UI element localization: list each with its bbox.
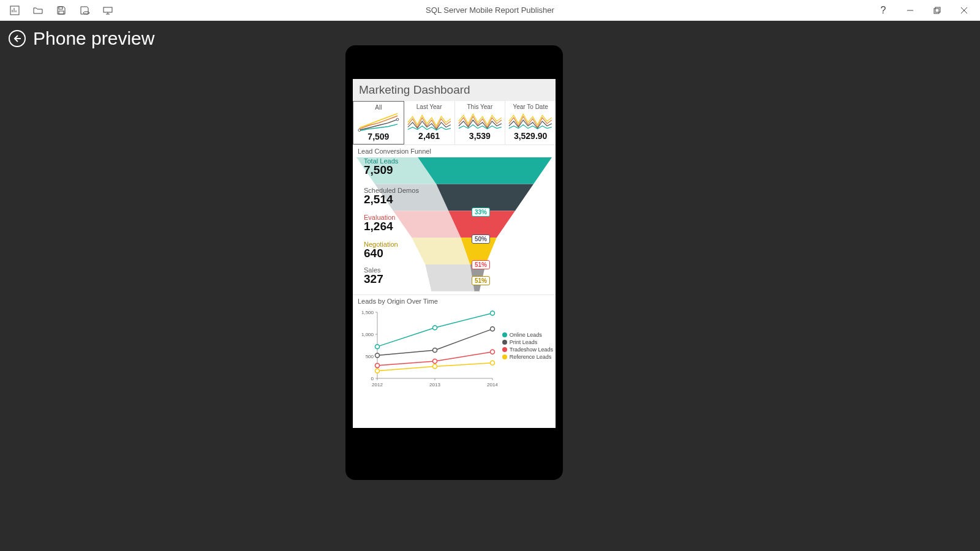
kpi-label: This Year bbox=[467, 103, 493, 110]
svg-point-48 bbox=[491, 327, 495, 331]
maximize-button[interactable] bbox=[925, 2, 949, 19]
titlebar: SQL Server Mobile Report Publisher ? bbox=[0, 0, 980, 21]
kpi-row: All 7,509 Last Year bbox=[353, 101, 556, 145]
sparkline-icon bbox=[355, 111, 402, 132]
funnel-pct-badge: 51% bbox=[472, 260, 490, 269]
svg-point-15 bbox=[358, 129, 361, 132]
funnel-pct-badge: 50% bbox=[472, 234, 490, 244]
line-chart-plot-icon: 05001,0001,500201220132014 bbox=[356, 306, 497, 392]
kpi-all[interactable]: All 7,509 bbox=[353, 101, 404, 144]
toolbar-left bbox=[0, 4, 114, 17]
svg-text:2012: 2012 bbox=[372, 382, 383, 388]
funnel-pct-badge: 51% bbox=[472, 276, 490, 285]
svg-rect-11 bbox=[934, 9, 939, 13]
kpi-last-year[interactable]: Last Year 2,461 bbox=[404, 101, 455, 144]
funnel-stage-value: 1,264 bbox=[364, 220, 419, 233]
svg-text:500: 500 bbox=[366, 354, 374, 359]
stage: Phone preview Marketing Dashboard All bbox=[0, 21, 980, 551]
legend-item: Tradeshow Leads bbox=[502, 347, 553, 353]
svg-marker-20 bbox=[436, 184, 533, 211]
legend-label: Online Leads bbox=[510, 332, 542, 338]
legend-label: Print Leads bbox=[510, 339, 538, 345]
phone-device: Marketing Dashboard All 7,509 bbox=[345, 45, 563, 480]
svg-rect-7 bbox=[104, 7, 112, 12]
legend-label: Reference Leads bbox=[510, 354, 552, 360]
svg-text:1,500: 1,500 bbox=[361, 310, 374, 315]
save-icon[interactable] bbox=[55, 4, 67, 17]
new-report-icon[interactable] bbox=[9, 4, 21, 17]
funnel-stage: Sales 327 bbox=[364, 266, 419, 291]
kpi-value: 2,461 bbox=[418, 131, 440, 141]
svg-point-47 bbox=[433, 348, 437, 352]
connect-icon[interactable] bbox=[102, 4, 114, 17]
line-chart[interactable]: Leads by Origin Over Time 05001,0001,500… bbox=[353, 294, 556, 392]
dashboard-title: Marketing Dashboard bbox=[353, 79, 556, 101]
svg-point-54 bbox=[491, 361, 495, 365]
window-controls: ? bbox=[871, 2, 976, 19]
funnel-labels: Total Leads 7,509 Scheduled Demos 2,514 … bbox=[364, 157, 419, 291]
svg-point-43 bbox=[375, 345, 380, 349]
legend-label: Tradeshow Leads bbox=[510, 347, 553, 353]
open-icon[interactable] bbox=[32, 4, 44, 17]
svg-text:2013: 2013 bbox=[429, 382, 440, 388]
svg-point-46 bbox=[375, 353, 380, 358]
app-title: SQL Server Mobile Report Publisher bbox=[426, 6, 554, 15]
funnel-stage: Total Leads 7,509 bbox=[364, 157, 419, 187]
legend-dot-icon bbox=[502, 347, 507, 352]
legend-dot-icon bbox=[502, 340, 507, 345]
svg-rect-0 bbox=[10, 6, 19, 15]
svg-point-49 bbox=[375, 364, 380, 368]
legend-item: Reference Leads bbox=[502, 354, 553, 360]
legend-dot-icon bbox=[502, 332, 507, 337]
svg-text:2014: 2014 bbox=[487, 382, 497, 388]
kpi-label: Last Year bbox=[417, 103, 442, 110]
kpi-value: 7,509 bbox=[368, 132, 389, 141]
svg-text:0: 0 bbox=[371, 376, 374, 381]
kpi-this-year[interactable]: This Year 3,539 bbox=[455, 101, 506, 144]
legend-item: Online Leads bbox=[502, 332, 553, 338]
legend-dot-icon bbox=[502, 354, 507, 359]
kpi-ytd[interactable]: Year To Date 3,529.90 bbox=[505, 101, 556, 144]
funnel-stage-value: 640 bbox=[364, 247, 419, 260]
funnel-stage-value: 2,514 bbox=[364, 193, 419, 206]
line-chart-legend: Online Leads Print Leads Tradeshow Leads… bbox=[502, 332, 553, 361]
phone-screen: Marketing Dashboard All 7,509 bbox=[353, 79, 556, 428]
minimize-button[interactable] bbox=[898, 2, 922, 19]
svg-point-52 bbox=[375, 369, 380, 373]
svg-point-53 bbox=[433, 364, 437, 369]
kpi-value: 3,539 bbox=[469, 131, 491, 141]
svg-marker-18 bbox=[418, 157, 552, 184]
help-button[interactable]: ? bbox=[871, 2, 895, 19]
save-server-icon[interactable] bbox=[78, 4, 91, 17]
line-chart-title: Leads by Origin Over Time bbox=[356, 295, 552, 306]
svg-rect-12 bbox=[935, 7, 940, 12]
kpi-value: 3,529.90 bbox=[514, 131, 548, 141]
kpi-label: Year To Date bbox=[513, 103, 548, 110]
funnel-stage: Evaluation 1,264 bbox=[364, 214, 419, 241]
funnel-pct-badge: 33% bbox=[472, 208, 490, 217]
funnel-title: Lead Conversion Funnel bbox=[353, 145, 556, 156]
sparkline-icon bbox=[405, 110, 453, 131]
svg-point-50 bbox=[433, 359, 437, 363]
svg-point-44 bbox=[433, 326, 437, 330]
funnel-stage: Negotiation 640 bbox=[364, 241, 419, 266]
funnel-stage-value: 7,509 bbox=[364, 163, 419, 177]
svg-point-51 bbox=[491, 350, 495, 354]
close-button[interactable] bbox=[952, 2, 976, 19]
svg-text:1,000: 1,000 bbox=[361, 332, 374, 337]
funnel-chart[interactable]: Total Leads 7,509 Scheduled Demos 2,514 … bbox=[356, 157, 552, 291]
kpi-label: All bbox=[375, 104, 382, 111]
sparkline-icon bbox=[507, 110, 554, 131]
sparkline-icon bbox=[456, 110, 504, 131]
page-title: Phone preview bbox=[33, 28, 154, 49]
funnel-stage: Scheduled Demos 2,514 bbox=[364, 187, 419, 214]
legend-item: Print Leads bbox=[502, 339, 553, 345]
funnel-stage-value: 327 bbox=[364, 272, 419, 286]
svg-rect-5 bbox=[59, 11, 64, 14]
svg-point-16 bbox=[396, 118, 399, 121]
page-title-row: Phone preview bbox=[9, 28, 154, 49]
svg-rect-4 bbox=[59, 7, 62, 9]
back-button[interactable] bbox=[9, 30, 26, 47]
svg-point-45 bbox=[491, 311, 495, 315]
